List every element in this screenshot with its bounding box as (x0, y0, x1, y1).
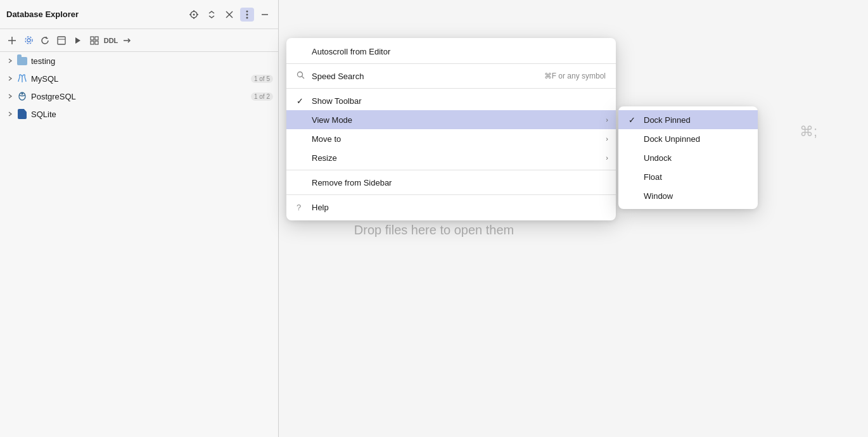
menu-item-speed-search[interactable]: Speed Search ⌘F or any symbol (286, 66, 616, 86)
svg-point-10 (246, 16, 248, 18)
svg-rect-16 (58, 37, 65, 44)
table-view-button[interactable] (54, 34, 68, 48)
submenu-item-float[interactable]: Float (618, 167, 758, 186)
context-menu: Autoscroll from Editor Speed Search ⌘F o… (286, 38, 616, 220)
tree-item-postgresql[interactable]: PostgreSQL 1 of 2 (0, 87, 278, 105)
autoscroll-check (297, 47, 309, 56)
drop-hint: Drop files here to open them (354, 223, 514, 238)
resize-label: Resize (312, 153, 337, 163)
submenu-item-window[interactable]: Window (618, 186, 758, 205)
menu-item-show-toolbar[interactable]: ✓ Show Toolbar (286, 91, 616, 110)
minimize-icon-btn[interactable] (258, 8, 272, 22)
mysql-icon (16, 73, 28, 84)
more-options-icon-btn[interactable] (240, 8, 254, 22)
chevron-postgresql (5, 91, 15, 101)
svg-point-15 (25, 37, 32, 44)
undock-check (629, 153, 641, 163)
view-mode-label: View Mode (312, 115, 352, 125)
submenu-item-dock-unpinned[interactable]: Dock Unpinned (618, 129, 758, 148)
minimize-icon (261, 11, 269, 18)
dock-pinned-label: Dock Pinned (644, 115, 691, 125)
updown-icon (207, 10, 216, 19)
grid-icon (90, 36, 99, 45)
header-icons (187, 8, 272, 22)
menu-item-remove-sidebar[interactable]: Remove from Sidebar (286, 173, 616, 192)
float-check (629, 172, 641, 182)
window-label: Window (644, 191, 673, 201)
help-label: Help (312, 203, 329, 212)
badge-postgresql: 1 of 2 (251, 92, 273, 101)
settings-button[interactable] (22, 34, 35, 48)
arrow-right-icon (123, 36, 132, 45)
tree-item-mysql[interactable]: MySQL 1 of 5 (0, 70, 278, 87)
float-label: Float (644, 172, 662, 182)
menu-item-view-mode[interactable]: View Mode › ✓ Dock Pinned Dock Unpinned … (286, 110, 616, 129)
window-check (629, 191, 641, 201)
close-icon-btn[interactable] (222, 8, 236, 22)
search-icon (297, 71, 309, 81)
locate-icon (189, 10, 199, 20)
svg-rect-22 (95, 41, 98, 44)
svg-marker-18 (75, 37, 80, 44)
undock-label: Undock (644, 153, 672, 163)
view-mode-submenu: ✓ Dock Pinned Dock Unpinned Undock Float… (618, 106, 758, 209)
tree-item-testing[interactable]: testing (0, 52, 278, 70)
tree-item-sqlite[interactable]: SQLite (0, 105, 278, 123)
menu-item-resize[interactable]: Resize › (286, 148, 616, 167)
view-mode-chevron: › (606, 116, 608, 124)
folder-icon (16, 55, 28, 66)
tree-label-testing: testing (31, 56, 273, 66)
chevron-sqlite (5, 109, 15, 119)
add-button[interactable] (5, 34, 19, 48)
remove-sidebar-label: Remove from Sidebar (312, 178, 392, 187)
sqlite-icon (16, 108, 28, 120)
move-to-check (297, 134, 309, 144)
tree-label-mysql: MySQL (31, 74, 247, 84)
menu-sep-1 (286, 63, 616, 64)
svg-rect-21 (91, 41, 94, 44)
sidebar-title: Database Explorer (6, 10, 187, 19)
sidebar-header: Database Explorer (0, 0, 278, 29)
svg-line-28 (302, 77, 305, 79)
run-button[interactable] (71, 34, 85, 48)
run-icon (73, 36, 82, 45)
svg-rect-20 (95, 37, 98, 40)
svg-point-9 (246, 13, 248, 15)
move-to-label: Move to (312, 134, 341, 144)
menu-item-move-to[interactable]: Move to › (286, 129, 616, 148)
show-toolbar-check: ✓ (297, 96, 309, 106)
badge-mysql: 1 of 5 (251, 75, 273, 83)
show-toolbar-label: Show Toolbar (312, 96, 362, 106)
locate-icon-btn[interactable] (187, 8, 201, 22)
more-icon (246, 10, 248, 19)
tree-label-postgresql: PostgreSQL (31, 92, 247, 101)
collapse-icon-btn[interactable] (205, 8, 219, 22)
move-to-chevron: › (606, 135, 608, 142)
menu-item-help[interactable]: ? Help (286, 198, 616, 217)
close-icon (226, 11, 233, 18)
svg-point-14 (27, 39, 30, 42)
tree-label-sqlite: SQLite (31, 110, 273, 119)
submenu-item-dock-pinned[interactable]: ✓ Dock Pinned (618, 110, 758, 129)
refresh-button[interactable] (38, 34, 52, 48)
svg-point-26 (22, 93, 23, 95)
resize-check (297, 153, 309, 163)
tree: testing MySQL 1 of 5 (0, 52, 278, 123)
speed-search-label: Speed Search (312, 72, 364, 81)
submenu-item-undock[interactable]: Undock (618, 148, 758, 167)
sidebar: Database Explorer (0, 0, 279, 437)
arrow-right-button[interactable] (120, 34, 134, 48)
chevron-mysql (5, 73, 15, 84)
menu-sep-4 (286, 194, 616, 195)
cmd-hint: ⌘; (800, 124, 817, 140)
sidebar-toolbar: DDL (0, 29, 278, 52)
speed-search-shortcut: ⌘F or any symbol (544, 72, 606, 80)
help-icon: ? (297, 203, 309, 212)
menu-item-autoscroll[interactable]: Autoscroll from Editor (286, 42, 616, 61)
plus-icon (8, 36, 16, 45)
dock-pinned-check: ✓ (629, 115, 641, 125)
grid-button[interactable] (87, 34, 101, 48)
svg-rect-19 (91, 37, 94, 40)
ddl-button[interactable]: DDL (104, 34, 118, 48)
autoscroll-label: Autoscroll from Editor (312, 47, 390, 56)
